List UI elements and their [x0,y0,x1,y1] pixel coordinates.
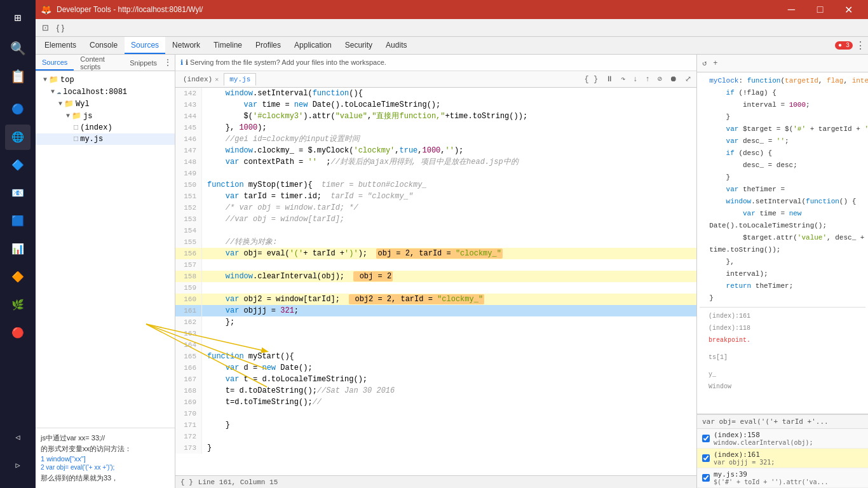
task-view-btn[interactable]: 📋 [5,64,31,89]
right-line-14: $target.attr('value', desc_ + [700,232,865,244]
tab-application[interactable]: Application [288,37,338,54]
bp-code-2: var objjj = 321; [714,459,775,466]
right-line-18: return theTimer; [700,280,865,292]
code-line-164: 164 [175,339,696,351]
code-line-144: 144 $('#clockmy3').attr("value","直接用func… [175,111,696,122]
tree-item-js[interactable]: ▼ 📁 js [36,110,175,122]
subtab-sources[interactable]: Sources [36,55,74,71]
right-line-4: } [700,111,865,123]
bp-code-1: window.clearInterval(obj); [714,439,813,446]
tab-sources[interactable]: Sources [125,37,165,54]
right-line-8: desc_ = desc; [700,159,865,172]
right-line-17: interval); [700,268,865,280]
mail-btn[interactable]: 📧 [5,180,31,206]
bp-checkbox-1[interactable] [702,435,710,442]
file-tree: ▼ 📁 top ▼ ☁ localhost:8081 ▼ 📁 Wyl [36,71,175,428]
step-into-icon[interactable]: ↓ [630,74,640,85]
file-icon-myjs: □ [74,135,78,144]
tree-item-wyl[interactable]: ▼ 📁 Wyl [36,98,175,110]
code-line-170: 170 [175,408,696,419]
maximize-button[interactable]: □ [806,0,834,19]
info-icon: ℹ [180,58,183,67]
taskbar: ⊞ 🔍 📋 🔵 🌐 🔷 📧 🟦 📊 🔶 🌿 🔴 ◁ ▷ [0,0,36,488]
vs-btn[interactable]: 🔷 [5,152,31,178]
bp-info-3: my.js:39 $('#' + toId + '').attr('va... [714,470,829,485]
sub-tab-more-icon[interactable]: ⋮ [163,57,172,68]
pause-icon[interactable]: ⏸ [603,73,616,85]
main-area: Sources Content scripts Snippets ⋮ ▼ 📁 t… [36,55,868,488]
bp-item-2: (index):161 var objjj = 321; [697,449,868,468]
breakpoint-count: ● 3 [835,41,853,50]
format-button[interactable]: { } [53,21,67,35]
expand-icon-js: ▼ [66,112,70,119]
code-line-167: 167 var t = d.toLocaleTimeString(); [175,374,696,385]
app7-btn[interactable]: 🌿 [5,292,31,318]
bp-checkbox-3[interactable] [702,474,710,482]
annotation-section: js中通过var xx= 33;// 的形式对变量xx的访问方法： 1 wind… [36,428,175,488]
folder-icon: 📁 [49,75,58,85]
right-toolbar: ↺ + [697,55,868,72]
tab-timeline[interactable]: Timeline [207,37,248,54]
code-editor[interactable]: 142 window.setInterval(function(){ 143 v… [175,88,696,475]
app4-btn[interactable]: 🟦 [5,208,31,234]
right-line-19: } [700,292,865,304]
collapse-left[interactable]: ◁ [5,424,31,450]
step-over-icon[interactable]: ↷ [618,73,628,85]
format-icon[interactable]: { } [582,74,601,85]
right-code-area[interactable]: myClock: function(targetId, flag, interv… [697,72,868,414]
code-tab-index[interactable]: (index) ✕ [178,74,224,85]
rt-refresh-icon[interactable]: ↺ [700,57,709,69]
tab-security[interactable]: Security [339,37,379,54]
rt-add-icon[interactable]: + [710,58,720,69]
tab-console[interactable]: Console [83,37,124,54]
right-line-3: interval = 1000; [700,99,865,111]
step-out-icon[interactable]: ↑ [643,74,653,85]
tab-elements[interactable]: Elements [38,37,83,54]
search-btn[interactable]: 🔍 [5,36,31,61]
bp-code-3: $('#' + toId + '').attr('va... [714,478,829,485]
code-line-151: 151 var tarId = timer.id; tarId = "clock… [175,191,696,202]
tree-label-localhost: localhost:8081 [63,88,127,97]
tab-audits[interactable]: Audits [379,37,413,54]
code-line-156: 156 var obj= eval('('+ tarId +')'); obj … [175,248,696,259]
code-line-161: 161 var objjj = 321; [175,305,696,316]
collapse-right[interactable]: ▷ [5,452,31,478]
status-bar: { } Line 161, Column 15 [175,475,696,488]
expand-icon-wyl: ▼ [58,100,62,107]
annotation-line1: js中通过var xx= 33;// [41,433,170,443]
start-button[interactable]: ⊞ [5,5,31,30]
tab-network[interactable]: Network [166,37,207,54]
expand-icon[interactable]: ⤢ [682,73,694,85]
pause-on-exception-icon[interactable]: ⏺ [667,73,680,85]
tree-item-index[interactable]: □ (index) [36,122,175,133]
code-tab-index-label: (index) [183,76,212,83]
chrome-btn[interactable]: 🌐 [5,125,31,150]
browser-icon: 🦊 [41,4,51,15]
tab-profiles[interactable]: Profiles [249,37,287,54]
deactivate-bp-icon[interactable]: ⊘ [655,73,665,85]
tree-item-top[interactable]: ▼ 📁 top [36,74,175,86]
right-spacer [700,346,865,351]
app5-btn[interactable]: 📊 [5,236,31,262]
app6-btn[interactable]: 🔶 [5,264,31,290]
dock-button[interactable]: ⊡ [38,21,52,35]
annotation-line3: 1 window["xx"] [41,455,170,463]
minimize-button[interactable]: ─ [777,0,806,19]
subtab-snippets[interactable]: Snippets [123,55,163,71]
code-panel: ℹ ℹ Serving from the file system? Add yo… [175,55,696,488]
close-button[interactable]: ✕ [834,0,863,19]
close-index-icon[interactable]: ✕ [215,76,219,83]
app8-btn[interactable]: 🔴 [5,320,31,346]
tree-item-myjs[interactable]: □ my.js [36,133,175,145]
subtab-content-scripts[interactable]: Content scripts [74,55,123,71]
ie-btn[interactable]: 🔵 [5,97,31,122]
devtools: ⊡ { } Elements Console Sources Network T… [36,19,868,488]
nav-more-icon[interactable]: ⋮ [855,39,865,52]
code-line-162: 162 }; [175,316,696,328]
bp-item-1: (index):158 window.clearInterval(obj); [697,429,868,449]
code-tab-myjs[interactable]: my.js [224,73,256,86]
tree-item-localhost[interactable]: ▼ ☁ localhost:8081 [36,86,175,98]
sub-tabs: Sources Content scripts Snippets ⋮ [36,55,175,71]
devtools-toolbar: ⊡ { } [36,19,868,37]
bp-checkbox-2[interactable] [702,454,710,462]
